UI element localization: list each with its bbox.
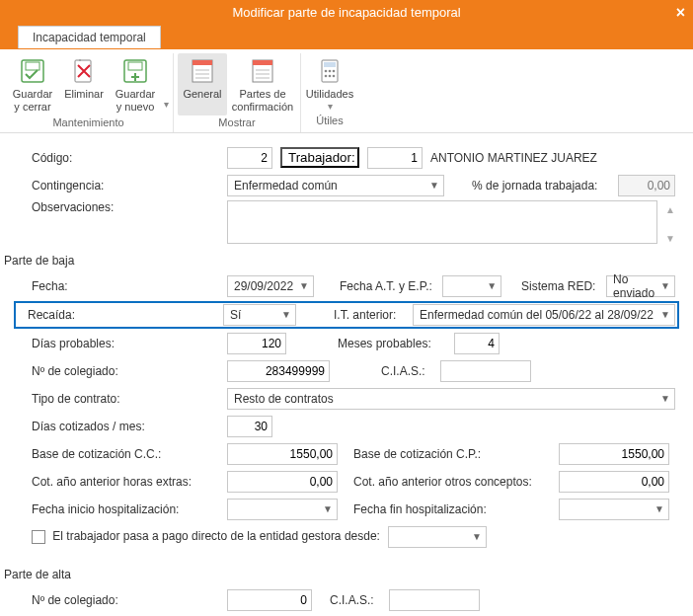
chevron-down-icon: ▾ — [328, 101, 333, 113]
dias-cot-label: Días cotizados / mes: — [18, 420, 219, 433]
hosp-ini-dropdown[interactable]: ▼ — [227, 499, 338, 520]
ribbon-caption-utiles: Útiles — [305, 114, 354, 128]
chevron-down-icon: ▼ — [654, 503, 664, 514]
svg-point-20 — [325, 75, 328, 78]
codigo-field[interactable] — [227, 147, 272, 169]
svg-rect-4 — [128, 62, 142, 70]
chevron-down-icon: ▼ — [323, 503, 333, 514]
ribbon-group-utiles: Utilidades ▾ Útiles — [301, 53, 358, 132]
svg-point-22 — [333, 75, 336, 78]
recaida-row: Recaída: Sí▼ I.T. anterior: Enfermedad c… — [14, 301, 679, 329]
pago-directo-label: El trabajador pasa a pago directo de la … — [52, 529, 380, 543]
general-button[interactable]: General — [178, 53, 227, 116]
form-icon — [189, 57, 216, 85]
baja-cias-label: C.I.A.S.: — [381, 364, 432, 378]
alta-ncolegiado-label: Nº de colegiado: — [18, 593, 219, 607]
dias-prob-field[interactable] — [227, 333, 286, 354]
chevron-down-icon: ▼ — [472, 531, 482, 542]
svg-point-17 — [325, 70, 328, 73]
cot-horas-field[interactable] — [227, 471, 338, 493]
fecha-at-label: Fecha A.T. y E.P.: — [340, 279, 434, 293]
cot-otros-field[interactable] — [559, 471, 669, 493]
svg-point-19 — [333, 70, 336, 73]
utilities-button[interactable]: Utilidades ▾ — [305, 53, 354, 114]
calculator-icon — [316, 57, 344, 85]
baja-fecha-label: Fecha: — [18, 279, 219, 293]
dias-prob-label: Días probables: — [18, 337, 219, 350]
chevron-down-icon: ▼ — [660, 309, 670, 320]
svg-rect-11 — [253, 60, 272, 65]
hosp-fin-dropdown[interactable]: ▼ — [559, 499, 669, 520]
chevron-down-icon: ▼ — [660, 393, 670, 404]
cot-otros-label: Cot. año anterior otros conceptos: — [353, 475, 551, 489]
delete-button[interactable]: Eliminar — [59, 53, 109, 116]
section-alta: Parte de alta — [4, 568, 675, 581]
hosp-ini-label: Fecha inicio hospitalización: — [18, 502, 219, 516]
observaciones-field[interactable] — [227, 200, 657, 244]
jornada-label: % de jornada trabajada: — [472, 179, 610, 192]
save-and-close-button[interactable]: Guardar y cerrar — [8, 53, 57, 116]
recaida-label: Recaída: — [18, 308, 215, 322]
dias-cot-field[interactable] — [227, 416, 272, 437]
svg-rect-16 — [324, 62, 336, 67]
recaida-dropdown[interactable]: Sí▼ — [223, 304, 296, 326]
alta-ncolegiado-field[interactable] — [227, 589, 312, 611]
ribbon-caption-mostrar: Mostrar — [178, 116, 296, 130]
hosp-fin-label: Fecha fin hospitalización: — [353, 502, 551, 516]
save-new-icon — [121, 57, 149, 85]
baja-fecha-dropdown[interactable]: 29/09/2022▼ — [227, 275, 314, 297]
section-baja: Parte de baja — [4, 254, 675, 268]
trabajador-code-field[interactable] — [367, 147, 423, 169]
base-cp-field[interactable] — [559, 443, 669, 465]
tipo-contrato-dropdown[interactable]: Resto de contratos▼ — [227, 388, 675, 410]
alta-cias-label: C.I.A.S.: — [330, 593, 381, 607]
meses-prob-label: Meses probables: — [338, 337, 446, 350]
tab-bar: Incapacidad temporal — [0, 26, 693, 49]
base-cp-label: Base de cotización C.P.: — [353, 447, 551, 461]
close-icon[interactable]: × — [676, 0, 685, 26]
chevron-down-icon: ▼ — [429, 180, 439, 191]
ribbon-group-mostrar: General Partes de confirmación Mostrar — [174, 53, 301, 132]
svg-rect-1 — [26, 62, 39, 70]
observaciones-label: Observaciones: — [18, 200, 219, 214]
group-dropdown-icon[interactable]: ▾ — [162, 53, 169, 116]
jornada-field — [618, 175, 675, 196]
svg-rect-0 — [22, 60, 43, 82]
window-title: Modificar parte de incapacidad temporal — [232, 5, 460, 20]
alta-cias-field[interactable] — [389, 589, 480, 611]
save-and-new-button[interactable]: Guardar y nuevo — [111, 53, 160, 116]
tipo-contrato-label: Tipo de contrato: — [18, 392, 219, 406]
save-close-icon — [19, 57, 46, 85]
tab-incapacidad-temporal[interactable]: Incapacidad temporal — [18, 26, 161, 48]
base-cc-field[interactable] — [227, 443, 338, 465]
cot-horas-label: Cot. año anterior horas extras: — [18, 475, 219, 489]
base-cc-label: Base de cotización C.C.: — [18, 447, 219, 461]
confirmation-parts-button[interactable]: Partes de confirmación — [229, 53, 296, 116]
it-anterior-label: I.T. anterior: — [334, 308, 405, 322]
svg-point-18 — [329, 70, 332, 73]
baja-ncolegiado-label: Nº de colegiado: — [18, 364, 219, 378]
chevron-down-icon: ▼ — [299, 280, 309, 291]
contingencia-dropdown[interactable]: Enfermedad común▼ — [227, 175, 444, 196]
contingencia-label: Contingencia: — [18, 179, 219, 192]
scroll-down-icon[interactable]: ▼ — [665, 233, 675, 244]
meses-prob-field[interactable] — [454, 333, 500, 354]
form-body: Código: Trabajador: ANTONIO MARTINEZ JUA… — [0, 133, 693, 616]
chevron-down-icon: ▼ — [487, 280, 497, 291]
trabajador-button[interactable]: Trabajador: — [280, 147, 359, 168]
baja-red-label: Sistema RED: — [521, 279, 598, 293]
titlebar: Modificar parte de incapacidad temporal … — [0, 0, 693, 26]
delete-icon — [70, 57, 98, 85]
pago-directo-checkbox[interactable] — [32, 530, 45, 544]
chevron-down-icon: ▼ — [281, 309, 291, 320]
ribbon-caption-mantenimiento: Mantenimiento — [8, 116, 169, 130]
baja-cias-field[interactable] — [440, 360, 531, 382]
scroll-up-icon[interactable]: ▲ — [665, 204, 675, 215]
ribbon-group-mantenimiento: Guardar y cerrar Eliminar Guardar y nuev… — [4, 53, 174, 132]
baja-ncolegiado-field[interactable] — [227, 360, 330, 382]
baja-red-dropdown[interactable]: No enviado▼ — [606, 275, 675, 297]
fecha-at-dropdown[interactable]: ▼ — [442, 275, 501, 297]
it-anterior-dropdown[interactable]: Enfermedad común del 05/06/22 al 28/09/2… — [413, 304, 675, 326]
codigo-label: Código: — [18, 151, 219, 165]
pago-directo-date-dropdown[interactable]: ▼ — [388, 526, 487, 548]
